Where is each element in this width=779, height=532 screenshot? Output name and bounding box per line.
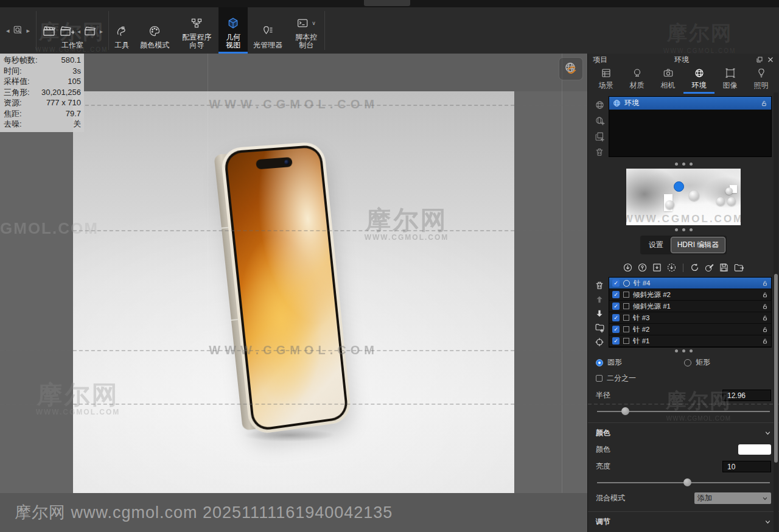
tools-button[interactable]: 工具 <box>109 7 134 54</box>
radio-unselected-icon[interactable] <box>684 359 691 366</box>
undock-icon[interactable] <box>756 56 763 63</box>
tab-material[interactable]: 材质 <box>621 66 652 94</box>
radio-selected-icon[interactable] <box>596 359 603 366</box>
brightness-slider[interactable] <box>597 478 770 486</box>
environment-sphere-icon[interactable] <box>595 100 605 110</box>
environment-rotate-widget[interactable] <box>559 57 583 80</box>
hdri-pin[interactable] <box>665 200 674 209</box>
pin-row[interactable]: ✓ 针 #4 <box>609 278 771 289</box>
hdri-preview[interactable]: WWW.CGMOL.COM <box>626 169 741 225</box>
pin-row[interactable]: ✓ 针 #2 <box>609 324 771 335</box>
visibility-checkbox[interactable]: ✓ <box>612 337 620 345</box>
half-option[interactable]: 二分之一 <box>588 368 779 383</box>
tab-scene[interactable]: 场景 <box>590 66 621 94</box>
refresh-icon[interactable] <box>690 262 700 273</box>
unlock-icon[interactable] <box>762 280 768 287</box>
add-image-pin-icon[interactable] <box>652 262 662 273</box>
tab-environment[interactable]: 环境 <box>683 66 714 94</box>
radius-slider[interactable] <box>597 407 770 415</box>
pin-row[interactable]: ✓ 针 #3 <box>609 312 771 324</box>
project-panel: 项目 环境 场景 材质 相机 环境 <box>587 54 779 532</box>
unlock-icon[interactable] <box>762 326 768 333</box>
configurator-wizard-button[interactable]: 配置程序向导 <box>175 7 218 54</box>
locate-pin-icon[interactable] <box>595 337 604 347</box>
tab-camera[interactable]: 相机 <box>652 66 683 94</box>
color-swatch[interactable] <box>738 444 771 455</box>
edit-pen-icon[interactable] <box>704 262 714 273</box>
add-environment-icon[interactable] <box>595 116 605 126</box>
preview-magnifier-icon[interactable] <box>12 24 24 37</box>
delete-environment-icon[interactable] <box>595 147 604 157</box>
nav-forward-icon[interactable]: ▸ <box>27 27 30 35</box>
shape-rect-option[interactable]: 矩形 <box>684 357 710 368</box>
bulb-icon <box>756 68 767 79</box>
move-up-icon[interactable] <box>595 295 604 304</box>
visibility-checkbox[interactable]: ✓ <box>612 303 620 310</box>
splitter-handle[interactable] <box>588 163 779 166</box>
environment-list-item[interactable]: 环境 <box>609 97 771 110</box>
pin-row[interactable]: ✓ 倾斜光源 #2 <box>609 289 771 301</box>
workspace-icon[interactable] <box>42 25 57 37</box>
light-manager-button[interactable]: 光管理器 <box>248 7 288 54</box>
unlock-icon[interactable] <box>762 338 768 345</box>
hdri-pin[interactable] <box>725 187 733 195</box>
add-pin-icon[interactable] <box>623 262 633 273</box>
delete-pin-icon[interactable] <box>595 281 604 290</box>
stat-focal: 焦距:79.7 <box>4 108 81 119</box>
hdri-pin[interactable] <box>689 191 699 201</box>
visibility-checkbox[interactable]: ✓ <box>612 314 620 321</box>
tab-image[interactable]: 图像 <box>714 66 746 94</box>
light-pin-list[interactable]: ✓ 针 #4 ✓ 倾斜光源 #2 ✓ 倾斜光源 #1 <box>609 277 772 348</box>
settings-button[interactable]: 设置 <box>641 237 671 253</box>
workspace-group[interactable]: ◂ ▸ 工作室 <box>37 7 108 54</box>
slider-handle[interactable] <box>621 407 629 415</box>
unlock-icon[interactable] <box>761 100 767 107</box>
workspace-prev-icon[interactable]: ◂ <box>77 28 80 35</box>
tab-lighting[interactable]: 照明 <box>746 66 777 94</box>
checkbox-unchecked-icon[interactable] <box>596 375 603 382</box>
splitter-handle[interactable] <box>588 228 779 231</box>
export-icon[interactable] <box>733 262 745 273</box>
close-icon[interactable] <box>767 56 774 63</box>
add-half-pin-icon[interactable] <box>666 262 677 273</box>
hdri-pin[interactable] <box>716 197 725 206</box>
chevron-down-icon <box>764 430 771 436</box>
unlock-icon[interactable] <box>762 303 768 310</box>
save-icon[interactable] <box>719 262 729 273</box>
workspace-next-icon[interactable]: ▸ <box>100 28 103 35</box>
unlock-icon[interactable] <box>762 315 768 321</box>
duplicate-pin-icon[interactable] <box>595 323 605 333</box>
image-frame-icon <box>725 68 736 79</box>
shape-circle-option[interactable]: 圆形 <box>596 357 684 368</box>
environment-list[interactable]: 环境 <box>609 96 772 157</box>
geometry-view-button[interactable]: 几何视图 <box>218 7 248 54</box>
panel-scrollbar[interactable] <box>774 93 778 532</box>
script-console-button[interactable]: ∨ 脚本控制台 <box>288 7 324 54</box>
brightness-input[interactable]: 10 <box>722 461 771 472</box>
color-mode-button[interactable]: 颜色模式 <box>134 7 175 54</box>
adjust-section-header[interactable]: 调节 <box>588 511 779 527</box>
color-section-header[interactable]: 颜色 <box>588 422 779 438</box>
radius-input[interactable]: 12.96 <box>722 390 771 401</box>
viewport-history-widget[interactable]: ◂ ▸ <box>0 7 36 54</box>
visibility-checkbox[interactable]: ✓ <box>612 291 620 298</box>
blend-mode-select[interactable]: 添加 <box>694 492 771 504</box>
workspace-switch-icon[interactable] <box>83 26 97 37</box>
visibility-checkbox[interactable]: ✓ <box>612 326 620 333</box>
workspace-add-icon[interactable] <box>60 25 74 37</box>
pin-row[interactable]: ✓ 倾斜光源 #1 <box>609 301 771 312</box>
slider-handle[interactable] <box>683 478 691 486</box>
hdri-editor-button[interactable]: HDRI 编辑器 <box>671 237 726 253</box>
unlock-icon[interactable] <box>762 292 768 298</box>
nav-back-icon[interactable]: ◂ <box>6 27 10 35</box>
move-down-icon[interactable] <box>595 309 604 318</box>
hdri-pin[interactable] <box>727 197 736 206</box>
render-viewport[interactable]: WWW.CGMOL.COM GMOL.COM 摩尔网 WWW.CGMOL.COM… <box>0 54 587 493</box>
scrollbar-thumb[interactable] <box>774 274 778 463</box>
duplicate-environment-icon[interactable] <box>595 131 605 142</box>
pin-row[interactable]: ✓ 针 #1 <box>609 335 771 347</box>
add-highlight-pin-icon[interactable] <box>637 262 648 273</box>
visibility-checkbox[interactable]: ✓ <box>612 279 620 287</box>
material-sphere-icon <box>632 68 643 79</box>
hdri-pin-selected[interactable] <box>674 181 684 192</box>
